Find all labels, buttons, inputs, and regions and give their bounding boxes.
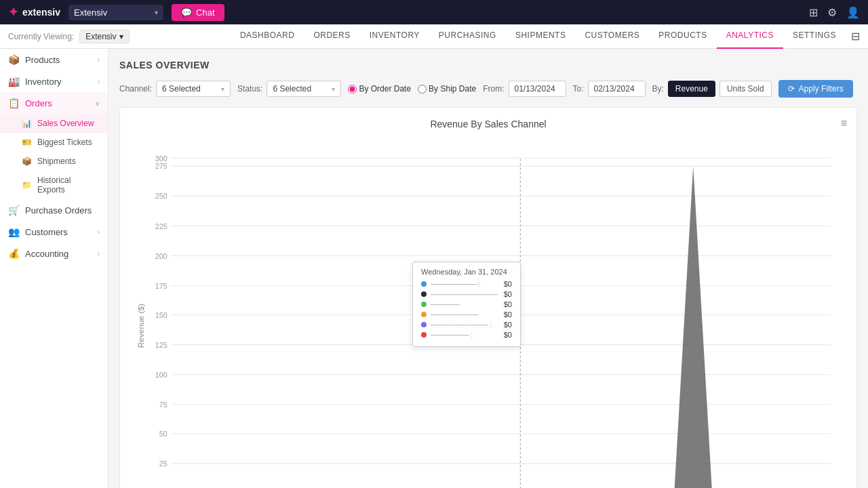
sidebar-item-products[interactable]: 📦 Products ›	[0, 49, 108, 70]
shipments-icon: 📦	[22, 157, 32, 166]
chevron-right-icon: ›	[98, 78, 100, 85]
sidebar-sub-label: Biggest Tickets	[37, 138, 92, 147]
svg-text:100: 100	[155, 371, 167, 379]
sidebar-sub-shipments[interactable]: 📦 Shipments	[0, 152, 108, 171]
from-label: From:	[483, 84, 504, 94]
sidebar-item-label: Orders	[25, 98, 52, 108]
logo-text: extensiv	[22, 7, 60, 18]
y-axis: 0 25 50 75 100 125 150	[155, 155, 831, 488]
radio-order-date[interactable]: By Order Date	[348, 84, 411, 94]
svg-text:125: 125	[155, 341, 167, 349]
sidebar: 📦 Products › 🏭 Inventory › 📋 Orders ∨ 📊 …	[0, 49, 108, 488]
revenue-toggle[interactable]: Revenue	[668, 81, 715, 97]
user-avatar[interactable]: 👤	[846, 6, 860, 19]
chevron-down-icon: ▾	[221, 85, 224, 93]
nav-customers[interactable]: CUSTOMERS	[575, 24, 649, 49]
sidebar-item-purchase-orders[interactable]: 🛒 Purchase Orders	[0, 199, 108, 221]
main-nav: DASHBOARD ORDERS INVENTORY PURCHASING SH…	[231, 24, 846, 49]
svg-text:50: 50	[159, 430, 167, 438]
sidebar-item-label: Accounting	[25, 249, 68, 259]
purchase-icon: 🛒	[8, 205, 20, 216]
chat-icon: 💬	[181, 7, 192, 18]
chevron-down-icon: ∨	[95, 100, 100, 107]
sidebar-sub-label: Shipments	[37, 157, 76, 166]
viewing-value[interactable]: Extensiv ▾	[79, 30, 129, 43]
viewing-label: Currently Viewing:	[8, 32, 74, 41]
customers-icon: 👥	[8, 226, 20, 237]
chart-menu-icon[interactable]: ≡	[841, 117, 847, 129]
svg-text:175: 175	[155, 282, 167, 290]
nav-analytics[interactable]: ANALYTICS	[717, 24, 783, 49]
svg-text:275: 275	[155, 162, 167, 170]
brand-select[interactable]: Extensiv ▾	[68, 5, 163, 20]
grid-icon[interactable]: ⊞	[809, 6, 818, 19]
chat-button[interactable]: 💬 Chat	[172, 4, 224, 21]
apply-label: Apply Filters	[799, 84, 844, 94]
status-label: Status:	[237, 84, 262, 94]
date-type-radio-group: By Order Date By Ship Date	[348, 84, 476, 94]
apply-filters-button[interactable]: ⟳ Apply Filters	[778, 80, 853, 98]
chevron-right-icon: ›	[98, 56, 100, 64]
chevron-down-icon: ▾	[155, 9, 158, 16]
nav-products[interactable]: PRODUCTS	[649, 24, 716, 49]
svg-text:225: 225	[155, 222, 167, 230]
products-icon: 📦	[8, 54, 20, 65]
export-icon: 📁	[22, 180, 32, 190]
channel-select[interactable]: 6 Selected ▾	[156, 81, 231, 97]
radio-ship-date[interactable]: By Ship Date	[418, 84, 476, 94]
channel-label: Channel:	[119, 84, 152, 94]
sidebar-item-accounting[interactable]: 💰 Accounting ›	[0, 243, 108, 264]
sidebar-sub-historical-exports[interactable]: 📁 Historical Exports	[0, 171, 108, 199]
svg-text:300: 300	[155, 155, 167, 163]
sidebar-item-orders[interactable]: 📋 Orders ∨	[0, 92, 108, 114]
topbar: ✦ extensiv Extensiv ▾ 💬 Chat ⊞ ⚙ 👤	[0, 0, 868, 24]
chevron-right-icon: ›	[98, 228, 100, 236]
sidebar-item-label: Inventory	[25, 77, 61, 87]
chevron-down-icon: ▾	[332, 85, 335, 93]
status-filter-group: Status: 6 Selected ▾	[237, 81, 341, 97]
sidebar-item-customers[interactable]: 👥 Customers ›	[0, 221, 108, 243]
filters-bar: Channel: 6 Selected ▾ Status: 6 Selected…	[119, 80, 857, 98]
svg-text:250: 250	[155, 192, 167, 200]
nav-dashboard[interactable]: DASHBOARD	[231, 24, 304, 49]
to-date-group: To:	[573, 81, 646, 97]
from-date-input[interactable]	[509, 81, 566, 97]
sidebar-item-inventory[interactable]: 🏭 Inventory ›	[0, 70, 108, 92]
topbar-right: ⊞ ⚙ 👤	[809, 6, 860, 19]
svg-text:25: 25	[159, 460, 167, 468]
sidebar-item-label: Purchase Orders	[25, 205, 92, 216]
page-title: SALES OVERVIEW	[119, 60, 857, 70]
svg-text:75: 75	[159, 401, 167, 409]
nav-inventory[interactable]: INVENTORY	[360, 24, 429, 49]
nav-orders[interactable]: ORDERS	[304, 24, 359, 49]
by-toggle-group: By: Revenue Units Sold	[652, 81, 772, 97]
settings-icon[interactable]: ⚙	[827, 6, 837, 19]
subbar: Currently Viewing: Extensiv ▾ DASHBOARD …	[0, 24, 868, 49]
logo: ✦ extensiv	[8, 5, 60, 20]
svg-text:150: 150	[155, 311, 167, 319]
chart-title: Revenue By Sales Channel	[131, 119, 846, 129]
logo-icon: ✦	[8, 5, 18, 20]
sidebar-sub-sales-overview[interactable]: 📊 Sales Overview	[0, 114, 108, 133]
chart-spike	[674, 166, 712, 488]
table-icon[interactable]: ⊟	[851, 30, 860, 43]
inventory-icon: 🏭	[8, 76, 20, 87]
sidebar-item-label: Customers	[25, 227, 68, 237]
sidebar-sub-biggest-tickets[interactable]: 🎫 Biggest Tickets	[0, 133, 108, 152]
status-select[interactable]: 6 Selected ▾	[267, 81, 341, 97]
accounting-icon: 💰	[8, 248, 20, 259]
units-sold-toggle[interactable]: Units Sold	[719, 81, 772, 97]
ticket-icon: 🎫	[22, 138, 32, 147]
nav-shipments[interactable]: SHIPMENTS	[506, 24, 576, 49]
from-date-group: From:	[483, 81, 566, 97]
refresh-icon: ⟳	[788, 84, 795, 94]
main-content: SALES OVERVIEW Channel: 6 Selected ▾ Sta…	[108, 49, 868, 488]
svg-text:200: 200	[155, 252, 167, 260]
brand-name: Extensiv	[74, 7, 107, 18]
chat-label: Chat	[196, 7, 214, 18]
nav-settings[interactable]: SETTINGS	[783, 24, 846, 49]
chevron-right-icon: ›	[98, 250, 100, 258]
to-date-input[interactable]	[588, 81, 646, 97]
nav-purchasing[interactable]: PURCHASING	[429, 24, 506, 49]
svg-text:Revenue ($): Revenue ($)	[136, 304, 146, 348]
